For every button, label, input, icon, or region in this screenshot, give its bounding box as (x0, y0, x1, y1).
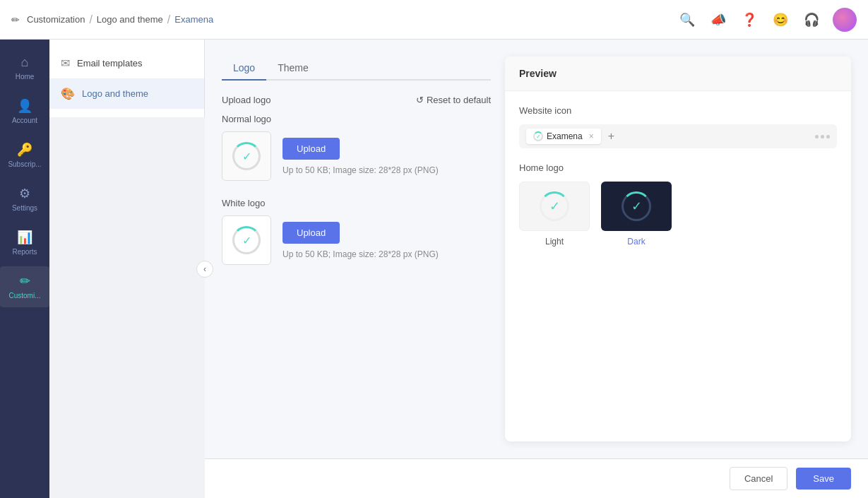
topbar: ✏ Customization / Logo and theme / Exame… (0, 0, 868, 40)
white-logo-label: White logo (222, 198, 491, 208)
light-logo-box (519, 182, 590, 231)
light-label: Light (545, 237, 564, 247)
breadcrumb-customization[interactable]: Customization (27, 14, 85, 25)
preview-body: Website icon Examena × + (505, 91, 851, 261)
white-logo-upload-row: Upload Up to 50 KB; Image size: 28*28 px… (222, 215, 491, 265)
account-icon: 👤 (17, 98, 32, 114)
light-logo-icon (540, 191, 569, 221)
normal-upload-button[interactable]: Upload (283, 138, 340, 160)
main-layout: ⌂ Home 👤 Account 🔑 Subscrip... ⚙ Setting… (0, 40, 868, 498)
sidebar-item-label: Home (16, 73, 35, 81)
sidebar-item-logo-theme[interactable]: 🎨 Logo and theme (49, 78, 204, 109)
white-logo-preview (222, 215, 271, 265)
browser-tab: Examena × (526, 129, 601, 144)
normal-logo-label: Normal logo (222, 114, 491, 124)
upload-panel: Logo Theme Upload logo ↺ Reset to defaul… (222, 57, 491, 441)
megaphone-icon[interactable]: 📣 (708, 10, 728, 30)
tab-theme[interactable]: Theme (266, 57, 320, 81)
normal-logo-section: Normal logo Upload Up to 50 KB; Image si… (222, 114, 491, 181)
tab-close-icon[interactable]: × (589, 131, 594, 141)
reset-label: Reset to default (427, 95, 491, 105)
website-icon-bar: Examena × + (519, 124, 837, 148)
email-templates-label: Email templates (77, 58, 142, 69)
normal-upload-hint: Up to 50 KB; Image size: 28*28 px (PNG) (283, 165, 439, 175)
breadcrumb-examena: Examena (174, 14, 213, 25)
footer: Cancel Save (205, 458, 868, 498)
sub-sidebar-wrapper: ✉ Email templates 🎨 Logo and theme ‹ (49, 40, 205, 498)
normal-logo-upload-row: Upload Up to 50 KB; Image size: 28*28 px… (222, 131, 491, 181)
preview-panel: Preview Website icon Examena × + (505, 57, 851, 441)
sidebar-item-label: Subscrip... (8, 160, 41, 169)
sidebar-item-settings[interactable]: ⚙ Settings (0, 179, 49, 220)
sidebar-item-label: Settings (12, 204, 37, 213)
website-icon-label: Website icon (519, 105, 837, 116)
emoji-icon[interactable]: 😊 (771, 10, 790, 30)
tab-favicon-icon (533, 131, 543, 141)
breadcrumb-logo-theme[interactable]: Logo and theme (97, 14, 163, 25)
home-logo-section: Home logo Light (519, 162, 837, 247)
white-logo-section: White logo Upload Up to 50 KB; Image siz… (222, 198, 491, 265)
sidebar-item-home[interactable]: ⌂ Home (0, 48, 49, 88)
topbar-icons: 🔍 📣 ❓ 😊 🎧 (677, 8, 857, 32)
upload-title: Upload logo (222, 95, 270, 105)
avatar[interactable] (833, 8, 857, 32)
tab-name: Examena (547, 131, 583, 141)
sidebar-item-reports[interactable]: 📊 Reports (0, 223, 49, 263)
breadcrumb-sep-1: / (89, 13, 92, 26)
dark-logo-item: Dark (601, 182, 672, 247)
white-upload-hint: Up to 50 KB; Image size: 28*28 px (PNG) (283, 249, 439, 259)
sidebar: ⌂ Home 👤 Account 🔑 Subscrip... ⚙ Setting… (0, 40, 49, 498)
tabs-row: Logo Theme (222, 57, 491, 81)
dark-logo-icon (622, 191, 651, 221)
sidebar-item-subscription[interactable]: 🔑 Subscrip... (0, 135, 49, 176)
reports-icon: 📊 (17, 230, 32, 245)
content-inner: Logo Theme Upload logo ↺ Reset to defaul… (205, 40, 868, 458)
palette-icon: 🎨 (61, 87, 75, 100)
white-upload-info: Upload Up to 50 KB; Image size: 28*28 px… (283, 222, 439, 259)
breadcrumb-sep-2: / (167, 13, 170, 26)
tab-dots (815, 135, 830, 138)
headset-icon[interactable]: 🎧 (802, 10, 821, 30)
sub-sidebar: ✉ Email templates 🎨 Logo and theme (49, 40, 205, 117)
tab-add-button[interactable]: + (608, 130, 614, 143)
dot-3 (826, 135, 830, 138)
settings-icon: ⚙ (19, 186, 30, 201)
tab-logo[interactable]: Logo (222, 57, 266, 81)
reset-to-default-button[interactable]: ↺ Reset to default (416, 95, 491, 105)
pencil-icon: ✏ (11, 14, 20, 25)
white-upload-button[interactable]: Upload (283, 222, 340, 244)
cancel-button[interactable]: Cancel (730, 467, 787, 490)
preview-header: Preview (505, 57, 851, 91)
dot-2 (821, 135, 824, 138)
breadcrumb: ✏ Customization / Logo and theme / Exame… (11, 13, 672, 26)
subscription-icon: 🔑 (17, 142, 32, 158)
normal-upload-info: Upload Up to 50 KB; Image size: 28*28 px… (283, 138, 439, 175)
sidebar-item-label: Reports (12, 248, 37, 256)
home-logos-row: Light Dark (519, 182, 837, 247)
help-icon[interactable]: ❓ (739, 10, 759, 30)
upload-section-title: Upload logo ↺ Reset to default (222, 95, 491, 105)
dark-label: Dark (627, 237, 645, 247)
dark-logo-box (601, 182, 672, 231)
customization-icon: ✏ (20, 273, 30, 289)
normal-logo-icon (232, 142, 261, 170)
reset-icon: ↺ (416, 95, 424, 105)
collapse-sidebar-button[interactable]: ‹ (196, 261, 213, 278)
white-logo-icon (232, 226, 261, 254)
sidebar-item-account[interactable]: 👤 Account (0, 91, 49, 132)
home-logo-label: Home logo (519, 162, 837, 173)
content-area: Logo Theme Upload logo ↺ Reset to defaul… (205, 40, 868, 498)
email-icon: ✉ (61, 57, 70, 70)
logo-theme-label: Logo and theme (82, 88, 148, 99)
save-button[interactable]: Save (796, 468, 851, 490)
normal-logo-preview (222, 131, 271, 181)
sidebar-item-email-templates[interactable]: ✉ Email templates (49, 48, 204, 78)
sidebar-item-customization[interactable]: ✏ Customi... (0, 266, 49, 307)
dot-1 (815, 135, 819, 138)
sidebar-item-label: Account (12, 117, 37, 125)
sidebar-item-label: Customi... (8, 292, 40, 300)
light-logo-item: Light (519, 182, 590, 247)
search-icon[interactable]: 🔍 (677, 10, 697, 30)
home-icon: ⌂ (21, 55, 29, 70)
